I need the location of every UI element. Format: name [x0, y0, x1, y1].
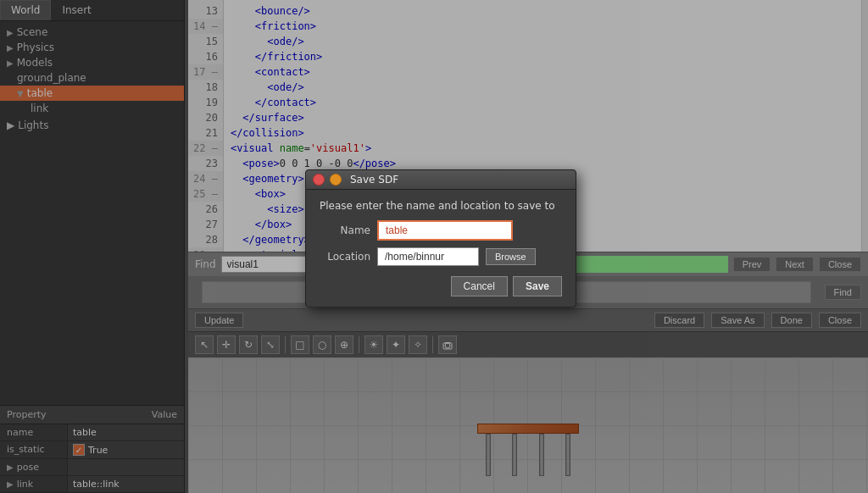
name-row: Name	[320, 220, 562, 241]
save-button[interactable]: Save	[513, 276, 562, 296]
modal-description: Please enter the name and location to sa…	[320, 200, 562, 212]
cancel-button[interactable]: Cancel	[451, 276, 508, 296]
modal-body: Please enter the name and location to sa…	[306, 190, 576, 307]
save-sdf-modal: Save SDF Please enter the name and locat…	[305, 169, 576, 307]
location-field-label: Location	[320, 251, 370, 263]
name-field-label: Name	[320, 224, 370, 236]
location-field[interactable]	[377, 247, 479, 266]
modal-close-button[interactable]	[313, 174, 325, 186]
location-row: Location Browse	[320, 247, 562, 266]
modal-minimize-button[interactable]	[330, 174, 342, 186]
modal-titlebar: Save SDF	[306, 170, 576, 190]
name-field[interactable]	[377, 220, 513, 241]
modal-title: Save SDF	[350, 174, 398, 186]
browse-button[interactable]: Browse	[486, 248, 536, 265]
modal-actions: Cancel Save	[320, 276, 562, 296]
modal-overlay: Save SDF Please enter the name and locat…	[0, 0, 868, 493]
